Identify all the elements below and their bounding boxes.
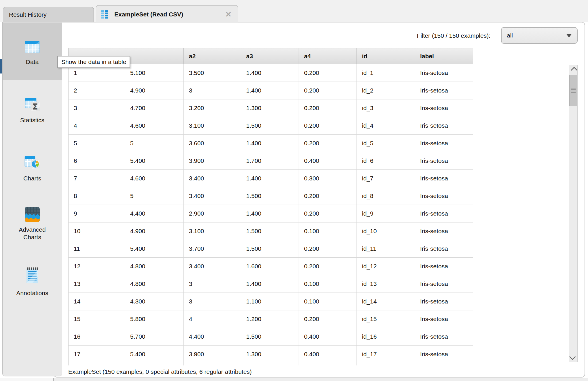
table-cell[interactable]: Iris-setosa bbox=[415, 240, 473, 258]
table-cell[interactable] bbox=[125, 363, 184, 366]
table-cell[interactable]: 4.600 bbox=[125, 117, 184, 135]
table-cell[interactable]: id_14 bbox=[357, 293, 415, 310]
table-row[interactable]: 65.4003.9001.7000.400id_6Iris-setosa bbox=[69, 152, 473, 170]
table-cell[interactable]: Iris-setosa bbox=[415, 135, 473, 152]
table-cell[interactable]: 13 bbox=[69, 275, 125, 293]
table-cell[interactable] bbox=[357, 363, 415, 366]
table-cell[interactable]: 3.100 bbox=[184, 222, 241, 240]
table-cell[interactable]: 5 bbox=[69, 135, 125, 152]
table-cell[interactable]: 3.200 bbox=[184, 99, 241, 117]
table-cell[interactable] bbox=[184, 363, 241, 366]
table-cell[interactable]: 0.200 bbox=[299, 82, 357, 99]
table-row[interactable]: 44.6003.1001.5000.200id_4Iris-setosa bbox=[69, 117, 473, 135]
tab-exampleset[interactable]: ExampleSet (Read CSV) ✕ bbox=[96, 5, 238, 23]
table-cell[interactable]: Iris-setosa bbox=[415, 222, 473, 240]
table-cell[interactable]: 1.500 bbox=[241, 117, 299, 135]
sidebar-item-statistics[interactable]: Σ Statistics bbox=[3, 96, 62, 124]
table-cell[interactable]: 5.400 bbox=[125, 346, 184, 363]
table-cell[interactable]: id_9 bbox=[357, 205, 415, 222]
table-cell[interactable]: 3.500 bbox=[184, 64, 241, 82]
table-cell[interactable]: 1.500 bbox=[241, 222, 299, 240]
close-icon[interactable]: ✕ bbox=[225, 11, 232, 18]
table-cell[interactable]: 5 bbox=[125, 187, 184, 205]
table-cell[interactable]: 1.200 bbox=[241, 310, 299, 328]
table-row[interactable]: 144.30031.1000.100id_14Iris-setosa bbox=[69, 293, 473, 310]
table-cell[interactable]: Iris-setosa bbox=[415, 293, 473, 310]
table-cell[interactable]: 1.400 bbox=[241, 82, 299, 99]
table-row[interactable]: 155.80041.2000.200id_15Iris-setosa bbox=[69, 310, 473, 328]
table-cell[interactable]: Iris-setosa bbox=[415, 205, 473, 222]
table-cell[interactable]: 4.900 bbox=[125, 222, 184, 240]
table-cell[interactable]: 5.400 bbox=[125, 240, 184, 258]
table-row[interactable]: 104.9003.1001.5000.100id_10Iris-setosa bbox=[69, 222, 473, 240]
table-cell[interactable]: 0.200 bbox=[299, 187, 357, 205]
table-cell[interactable]: 0.200 bbox=[299, 258, 357, 275]
table-cell[interactable]: 4 bbox=[69, 117, 125, 135]
column-header-a3[interactable]: a3 bbox=[241, 48, 299, 64]
table-cell[interactable]: 1.400 bbox=[241, 205, 299, 222]
table-cell[interactable]: 8 bbox=[69, 187, 125, 205]
table-cell[interactable]: 0.100 bbox=[299, 275, 357, 293]
table-cell[interactable]: 4.700 bbox=[125, 99, 184, 117]
table-cell[interactable]: 3.400 bbox=[184, 187, 241, 205]
table-cell[interactable]: 12 bbox=[69, 258, 125, 275]
table-cell[interactable]: 1.400 bbox=[241, 275, 299, 293]
table-cell[interactable]: 0.400 bbox=[299, 346, 357, 363]
table-cell[interactable]: 0.100 bbox=[299, 222, 357, 240]
dock-handle[interactable] bbox=[0, 59, 2, 73]
table-cell[interactable]: 3 bbox=[184, 293, 241, 310]
column-header-a1[interactable] bbox=[125, 48, 184, 64]
table-cell[interactable]: 11 bbox=[69, 240, 125, 258]
table-cell[interactable]: id_6 bbox=[357, 152, 415, 170]
table-cell[interactable]: 4.400 bbox=[125, 205, 184, 222]
table-cell[interactable]: Iris-setosa bbox=[415, 187, 473, 205]
table-row[interactable]: 94.4002.9001.4000.200id_9Iris-setosa bbox=[69, 205, 473, 222]
table-cell[interactable]: 16 bbox=[69, 328, 125, 346]
table-cell[interactable]: 0.200 bbox=[299, 205, 357, 222]
table-cell[interactable]: 3.900 bbox=[184, 346, 241, 363]
table-cell[interactable]: 14 bbox=[69, 293, 125, 310]
table-cell[interactable]: Iris-setosa bbox=[415, 258, 473, 275]
table-cell[interactable]: id_3 bbox=[357, 99, 415, 117]
table-cell[interactable]: 1.400 bbox=[241, 170, 299, 187]
table-cell[interactable]: id_7 bbox=[357, 170, 415, 187]
table-cell[interactable]: 2 bbox=[69, 82, 125, 99]
table-cell[interactable] bbox=[241, 363, 299, 366]
table-cell[interactable]: 1.500 bbox=[241, 328, 299, 346]
table-cell[interactable]: id_2 bbox=[357, 82, 415, 99]
table-cell[interactable]: 3.900 bbox=[184, 152, 241, 170]
scroll-down-button[interactable] bbox=[569, 352, 577, 362]
tab-result-history[interactable]: Result History bbox=[3, 7, 94, 22]
table-cell[interactable]: 0.400 bbox=[299, 328, 357, 346]
table-cell[interactable]: id_11 bbox=[357, 240, 415, 258]
table-cell[interactable] bbox=[69, 363, 125, 366]
table-cell[interactable]: Iris-setosa bbox=[415, 346, 473, 363]
table-cell[interactable]: 3 bbox=[184, 275, 241, 293]
sidebar-item-annotations[interactable]: Annotations bbox=[3, 266, 62, 297]
table-cell[interactable]: 3.700 bbox=[184, 240, 241, 258]
table-cell[interactable]: 1.400 bbox=[241, 64, 299, 82]
table-cell[interactable]: id_1 bbox=[357, 64, 415, 82]
table-row[interactable]: 115.4003.7001.5000.200id_11Iris-setosa bbox=[69, 240, 473, 258]
sidebar-item-advanced-charts[interactable]: Advanced Charts bbox=[3, 206, 62, 241]
table-cell[interactable]: 5 bbox=[125, 135, 184, 152]
sidebar-item-data[interactable]: Data bbox=[3, 39, 62, 66]
table-cell[interactable]: 4.400 bbox=[184, 328, 241, 346]
table-cell[interactable]: 17 bbox=[69, 346, 125, 363]
table-cell[interactable]: 0.200 bbox=[299, 64, 357, 82]
table-cell[interactable]: 0.200 bbox=[299, 117, 357, 135]
table-cell[interactable]: id_15 bbox=[357, 310, 415, 328]
table-row[interactable]: 165.7004.4001.5000.400id_16Iris-setosa bbox=[69, 328, 473, 346]
table-row[interactable]: 34.7003.2001.3000.200id_3Iris-setosa bbox=[69, 99, 473, 117]
table-cell[interactable]: Iris-setosa bbox=[415, 310, 473, 328]
table-cell[interactable]: 4 bbox=[184, 310, 241, 328]
table-cell[interactable]: Iris-setosa bbox=[415, 275, 473, 293]
table-cell[interactable]: 10 bbox=[69, 222, 125, 240]
table-cell[interactable]: 0.400 bbox=[299, 152, 357, 170]
table-cell[interactable]: 7 bbox=[69, 170, 125, 187]
table-row[interactable]: 134.80031.4000.100id_13Iris-setosa bbox=[69, 275, 473, 293]
table-cell[interactable]: 4.800 bbox=[125, 258, 184, 275]
column-header-id[interactable]: id bbox=[357, 48, 415, 64]
table-cell[interactable]: 1.500 bbox=[241, 187, 299, 205]
table-cell[interactable]: 0.200 bbox=[299, 310, 357, 328]
